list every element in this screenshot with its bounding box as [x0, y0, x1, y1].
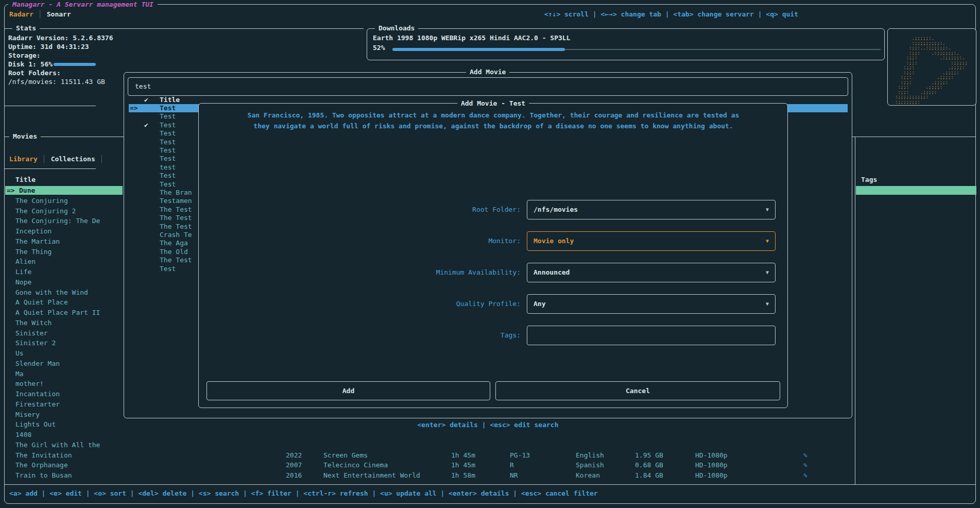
- movie-title: The Martian: [15, 237, 60, 246]
- dropdown-root-folder[interactable]: /nfs/movies▼: [527, 200, 776, 219]
- detail-size: 0.68 GB: [635, 461, 663, 469]
- movie-row[interactable]: Alien: [5, 257, 123, 266]
- movie-row[interactable]: A Quiet Place Part II: [5, 308, 123, 317]
- movie-row[interactable]: The Orphanage: [5, 461, 123, 469]
- add-button[interactable]: Add: [207, 381, 490, 400]
- movie-row[interactable]: Sinister: [5, 329, 123, 337]
- movie-row[interactable]: The Conjuring: [5, 196, 123, 205]
- movie-title: The Conjuring: The De: [15, 216, 100, 225]
- detail-size: 1.95 GB: [635, 451, 663, 460]
- detail-year: 2016: [286, 471, 302, 480]
- movie-row[interactable]: Nope: [5, 278, 123, 286]
- detail-quality: HD-1080p: [695, 471, 728, 480]
- chevron-down-icon: ▼: [766, 270, 769, 275]
- detail-runtime: 1h 45m: [451, 451, 475, 460]
- movie-title: The Witch: [15, 318, 51, 327]
- movie-row[interactable]: The Conjuring 2: [5, 207, 123, 215]
- movie-row[interactable]: The Invitation: [5, 451, 123, 460]
- dropdown-monitor[interactable]: Movie only▼: [527, 231, 776, 251]
- movie-row[interactable]: Lights Out: [5, 420, 123, 429]
- stats-version: Radarr Version: 5.2.6.8376: [8, 34, 113, 42]
- input-tags[interactable]: [527, 326, 776, 345]
- download-percent: 52%: [373, 44, 385, 52]
- detail-studio: Screen Gems: [323, 451, 368, 460]
- movie-row[interactable]: The Martian: [5, 237, 123, 246]
- movie-title: The Orphanage: [15, 461, 68, 469]
- search-input[interactable]: [128, 77, 848, 96]
- library-tab-collections[interactable]: Collections: [51, 155, 95, 163]
- result-title: Test: [160, 180, 176, 189]
- detail-studio: Telecinco Cinema: [323, 461, 388, 469]
- movie-row[interactable]: Train to Busan: [5, 471, 123, 480]
- movie-row[interactable]: =>Dune: [5, 186, 123, 195]
- movie-row[interactable]: 1408: [5, 430, 123, 439]
- movie-title: Alien: [15, 257, 36, 266]
- add-movie-help: <enter> details | <esc> edit search: [124, 421, 852, 429]
- result-title: The Aga: [160, 239, 188, 247]
- stats-border-bottom: [4, 106, 96, 106]
- tags-column-header: Tags: [861, 176, 877, 184]
- edit-pencil-icon: ✎: [803, 451, 807, 460]
- stats-title: Stats: [12, 24, 40, 32]
- movie-row[interactable]: Us: [5, 349, 123, 358]
- detail-year: 2022: [286, 451, 302, 460]
- detail-year: 2007: [286, 461, 302, 469]
- movie-row[interactable]: The Conjuring: The De: [5, 216, 123, 225]
- stats-uptime: Uptime: 31d 04:31:23: [8, 43, 89, 51]
- movie-row[interactable]: Incantation: [5, 390, 123, 398]
- movie-row[interactable]: Sinister 2: [5, 338, 123, 347]
- checkmark-icon: ✔: [144, 121, 148, 129]
- result-title: The Test: [160, 256, 192, 264]
- results-title-header: Title: [160, 96, 180, 104]
- movie-row[interactable]: The Girl with All the: [5, 441, 123, 449]
- movie-row[interactable]: Gone with the Wind: [5, 288, 123, 297]
- result-title: Crash Te: [160, 231, 192, 239]
- result-title: The Bran: [160, 189, 192, 197]
- result-title: Testamen: [160, 197, 192, 205]
- stats-disk-label: Disk 1: 56%: [8, 60, 53, 69]
- servarr-tab-radarr[interactable]: Radarr: [9, 10, 33, 19]
- movie-row[interactable]: The Thing: [5, 247, 123, 256]
- top-keybinds: <↑↓> scroll | <←→> change tab | <tab> ch…: [541, 10, 798, 19]
- movie-title: Gone with the Wind: [15, 288, 88, 297]
- detail-language: Spanish: [576, 461, 604, 469]
- movie-row[interactable]: The Witch: [5, 318, 123, 327]
- managarr-logo-icon: .;;;;;:. :;;;;;;;;;:. :;;:..:;;;;;;:. :;…: [895, 36, 968, 105]
- movie-title: Incantation: [15, 390, 60, 398]
- movie-row[interactable]: Life: [5, 267, 123, 276]
- library-tab-library[interactable]: Library: [9, 155, 38, 163]
- servarr-tabs: Radarr│Sonarr: [9, 10, 71, 19]
- dropdown-quality-profile[interactable]: Any▼: [527, 294, 776, 314]
- movie-row[interactable]: Slender Man: [5, 359, 123, 368]
- movie-row[interactable]: mother!: [5, 379, 123, 388]
- movie-row[interactable]: A Quiet Place: [5, 298, 123, 307]
- movie-row[interactable]: Misery: [5, 410, 123, 419]
- movie-row[interactable]: Firestarter: [5, 400, 123, 409]
- field-label-root-folder: Root Folder:: [199, 206, 521, 214]
- field-label-monitor: Monitor:: [199, 237, 521, 245]
- servarr-tab-sonarr[interactable]: Sonarr: [47, 10, 71, 19]
- download-progress-fill: [392, 48, 565, 51]
- movie-title: Sinister 2: [15, 338, 56, 347]
- movie-title: The Girl with All the: [15, 441, 100, 449]
- field-label-quality-profile: Quality Profile:: [199, 300, 521, 308]
- title-column-header: Title: [15, 176, 36, 184]
- stats-root-folders-label: Root Folders:: [8, 69, 61, 77]
- field-value: Announced: [534, 268, 570, 277]
- movie-title: The Conjuring 2: [15, 207, 76, 215]
- dropdown-minimum-availability[interactable]: Announced▼: [527, 263, 776, 282]
- movie-row[interactable]: Inception: [5, 227, 123, 235]
- movie-title: Firestarter: [15, 400, 60, 409]
- detail-quality: HD-1080p: [695, 461, 728, 469]
- library-border-bottom: [4, 484, 976, 485]
- detail-rating: R: [510, 461, 514, 469]
- tab-separator: │: [100, 155, 104, 163]
- tab-separator: │: [42, 155, 46, 163]
- field-value: Movie only: [534, 237, 574, 245]
- movie-title: Sinister: [15, 329, 48, 337]
- cancel-button[interactable]: Cancel: [495, 381, 780, 400]
- result-title: Test: [160, 129, 176, 138]
- detail-rating: NR: [510, 471, 518, 480]
- movie-title: A Quiet Place: [15, 298, 68, 307]
- movie-row[interactable]: Ma: [5, 369, 123, 378]
